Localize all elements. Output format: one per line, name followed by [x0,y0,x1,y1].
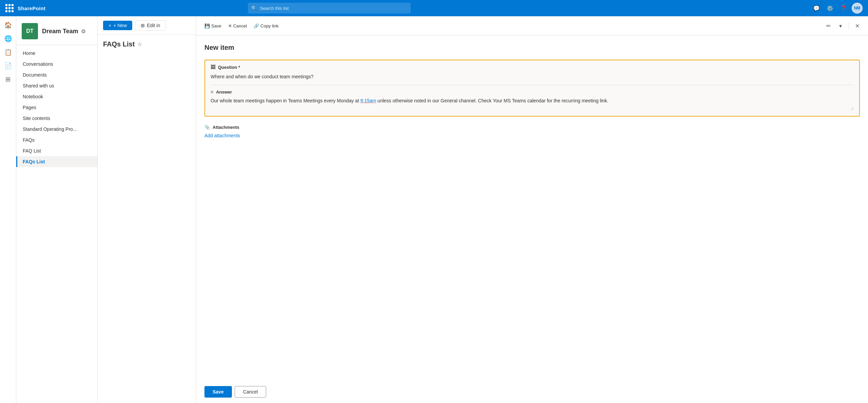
resize-icon[interactable]: ⊿ [850,106,854,110]
cancel-icon: ✕ [228,23,232,28]
panel-save-label: Save [211,23,221,28]
panel-close-icon[interactable]: ✕ [852,20,863,31]
icon-rail: 🏠 🌐 📋 📄 ⊞ [0,16,16,403]
edit-in-label: Edit in [147,23,160,28]
search-container: 🔍 [248,3,411,14]
field-divider [211,85,854,85]
add-attachments-button[interactable]: Add attachments [204,133,240,138]
attachments-section: 📎 Attachments Add attachments [204,125,860,139]
field-card: 🖼 Question * ≡ Answer Our whole team mee… [204,60,860,117]
app-launcher-icon[interactable] [5,4,14,12]
sidebar-item-notebook[interactable]: Notebook [16,91,97,102]
sidebar-header: DT Dream Team ⚙ [16,16,97,45]
help-icon[interactable]: ❓ [838,3,849,14]
panel-cancel-button[interactable]: ✕ Cancel [225,21,250,31]
brand-label: SharePoint [18,5,45,11]
panel-footer: Save Cancel [196,381,868,403]
new-button[interactable]: + + New [103,21,132,30]
link-icon: 🔗 [254,23,259,28]
new-item-panel: 💾 Save ✕ Cancel 🔗 Copy link ✏ ▾ ✕ New it… [196,16,868,403]
home-rail-icon[interactable]: 🏠 [2,19,14,31]
attachments-label: 📎 Attachments [204,125,860,130]
globe-rail-icon[interactable]: 🌐 [2,33,14,45]
search-input[interactable] [248,3,411,14]
sidebar-item-shared-with-us[interactable]: Shared with us [16,80,97,91]
answer-text-2: unless otherwise noted in our General ch… [376,98,608,103]
panel-header: 💾 Save ✕ Cancel 🔗 Copy link ✏ ▾ ✕ [196,16,868,36]
answer-label: ≡ Answer [211,89,854,95]
sidebar-item-site-contents[interactable]: Site contents [16,113,97,124]
panel-title: New item [204,44,860,52]
edit-in-button[interactable]: ⊞ Edit in [135,20,166,31]
sidebar: DT Dream Team ⚙ Home Conversations Docum… [16,16,98,403]
sidebar-item-faq-list[interactable]: FAQ List [16,145,97,156]
question-icon: 🖼 [211,64,215,70]
page-title: FAQs List [103,40,135,48]
footer-save-button[interactable]: Save [204,386,232,398]
site-title: Dream Team [42,28,78,35]
sidebar-item-pages[interactable]: Pages [16,102,97,113]
panel-header-right: ✏ ▾ ✕ [823,20,863,31]
resize-handle: ⊿ [211,104,854,110]
nav-list: Home Conversations Documents Shared with… [16,45,97,170]
site-logo: DT [22,23,38,39]
sidebar-item-standard-operating[interactable]: Standard Operating Pro... [16,124,97,135]
question-input[interactable] [211,73,854,81]
sidebar-item-home[interactable]: Home [16,48,97,59]
feedback-icon[interactable]: 💬 [811,3,822,14]
avatar[interactable]: NM [852,3,863,14]
footer-cancel-button[interactable]: Cancel [235,386,267,398]
paperclip-icon: 📎 [204,125,210,130]
answer-text: Our whole team meetings happen in Teams … [211,97,854,104]
question-label-text: Question * [218,65,240,70]
settings-icon[interactable]: ⚙️ [825,3,835,14]
answer-text-1: Our whole team meetings happen in Teams … [211,98,360,103]
question-label: 🖼 Question * [211,64,854,70]
document-rail-icon[interactable]: 📄 [2,60,14,72]
panel-edit-icon[interactable]: ✏ [823,20,834,31]
copy-link-button[interactable]: 🔗 Copy link [251,21,281,31]
answer-time: 9:15am [360,98,376,103]
panel-chevron-down-icon[interactable]: ▾ [835,20,846,31]
search-icon: 🔍 [251,5,257,11]
grid-icon: ⊞ [141,23,145,28]
favorite-icon[interactable]: ☆ [137,41,142,47]
sidebar-item-faqs[interactable]: FAQs [16,135,97,145]
sidebar-item-faqs-list[interactable]: FAQs List [16,156,97,167]
topbar-actions: 💬 ⚙️ ❓ NM [811,3,863,14]
question-answer-field: 🖼 Question * ≡ Answer Our whole team mee… [204,60,860,117]
sidebar-item-conversations[interactable]: Conversations [16,59,97,69]
panel-body: New item 🖼 Question * ≡ Answer [196,36,868,381]
save-icon: 💾 [204,23,210,28]
attachments-label-text: Attachments [213,125,239,130]
panel-sep [849,22,849,29]
new-button-label: + New [113,23,127,28]
plus-icon: + [108,23,111,28]
answer-icon: ≡ [211,89,213,95]
grid-rail-icon[interactable]: ⊞ [2,73,14,85]
panel-cancel-label: Cancel [233,23,247,28]
answer-label-text: Answer [216,89,232,95]
panel-save-button[interactable]: 💾 Save [202,21,224,31]
sidebar-item-documents[interactable]: Documents [16,69,97,80]
main-content: + + New ⊞ Edit in FAQs List ☆ 💾 Save ✕ C… [98,16,868,403]
topbar: SharePoint 🔍 💬 ⚙️ ❓ NM [0,0,868,16]
copy-link-label: Copy link [260,23,278,28]
site-settings-icon[interactable]: ⚙ [81,28,86,34]
list-rail-icon[interactable]: 📋 [2,46,14,58]
site-title-container: Dream Team ⚙ [42,28,86,35]
